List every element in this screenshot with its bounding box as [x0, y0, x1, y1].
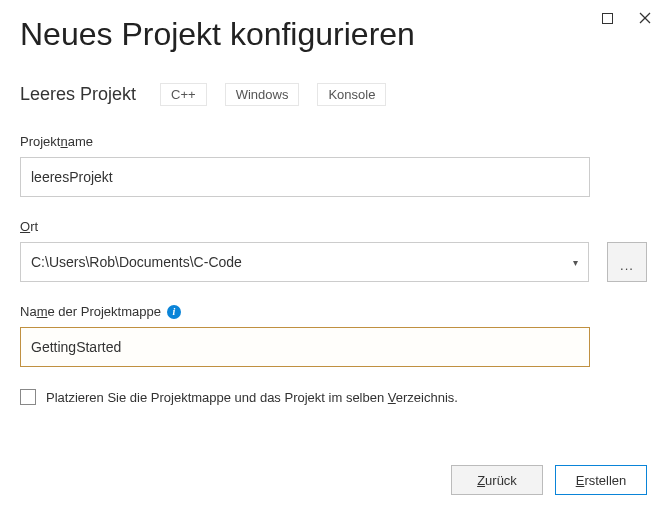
- create-button[interactable]: Erstellen: [555, 465, 647, 495]
- subheader: Leeres Projekt C++ Windows Konsole: [20, 83, 647, 106]
- same-directory-checkbox[interactable]: [20, 389, 36, 405]
- tag-cpp: C++: [160, 83, 207, 106]
- project-name-label: Projektname: [20, 134, 647, 149]
- solution-name-input[interactable]: [20, 327, 590, 367]
- location-combobox[interactable]: C:\Users\Rob\Documents\C-Code ▾: [20, 242, 589, 282]
- tag-windows: Windows: [225, 83, 300, 106]
- same-directory-label: Platzieren Sie die Projektmappe und das …: [46, 390, 458, 405]
- maximize-button[interactable]: [597, 8, 617, 28]
- chevron-down-icon: ▾: [573, 257, 578, 268]
- page-title: Neues Projekt konfigurieren: [20, 16, 647, 53]
- project-type-label: Leeres Projekt: [20, 84, 136, 105]
- project-name-input[interactable]: [20, 157, 590, 197]
- location-label: Ort: [20, 219, 647, 234]
- info-icon[interactable]: i: [167, 305, 181, 319]
- close-button[interactable]: [635, 8, 655, 28]
- solution-name-label: Name der Projektmappe i: [20, 304, 647, 319]
- browse-button[interactable]: ...: [607, 242, 647, 282]
- back-button[interactable]: Zurück: [451, 465, 543, 495]
- browse-label: ...: [620, 258, 634, 273]
- maximize-icon: [602, 13, 613, 24]
- tag-console: Konsole: [317, 83, 386, 106]
- svg-rect-0: [602, 13, 612, 23]
- close-icon: [639, 12, 651, 24]
- location-value: C:\Users\Rob\Documents\C-Code: [31, 254, 242, 270]
